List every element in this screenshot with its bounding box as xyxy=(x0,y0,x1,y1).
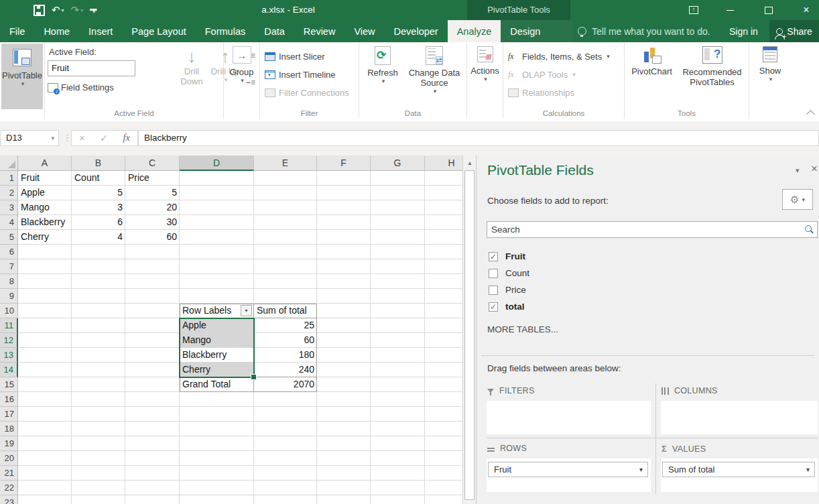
insert-timeline-button[interactable]: Insert Timeline xyxy=(265,68,336,80)
tab-review[interactable]: Review xyxy=(294,20,345,42)
scrollbar-thumb[interactable] xyxy=(464,170,475,500)
share-button[interactable]: Share xyxy=(769,20,819,42)
tab-developer[interactable]: Developer xyxy=(385,20,448,42)
row-header-17[interactable]: 17 xyxy=(0,407,18,422)
values-pill-sum-of-total[interactable]: Sum of total▾ xyxy=(662,462,815,477)
field-item-fruit[interactable]: ✓Fruit xyxy=(489,248,525,265)
cell-B3[interactable]: 3 xyxy=(72,200,125,215)
row-header-2[interactable]: 2 xyxy=(0,186,18,200)
cell-E12[interactable]: 60 xyxy=(254,333,317,348)
pane-options-caret-icon[interactable]: ▾ xyxy=(796,166,800,175)
row-header-4[interactable]: 4 xyxy=(0,215,18,230)
cell-C1[interactable]: Price xyxy=(125,171,180,186)
cell-E15[interactable]: 2070 xyxy=(254,377,317,392)
undo-button[interactable]: ↶▾ xyxy=(52,4,64,16)
cell-A2[interactable]: Apple xyxy=(18,186,72,200)
formula-input[interactable]: Blackberry xyxy=(138,130,819,146)
column-header-E[interactable]: E xyxy=(254,155,317,171)
values-drop-area[interactable]: Sum of total▾ xyxy=(661,458,818,492)
tab-insert[interactable]: Insert xyxy=(79,20,122,42)
row-header-23[interactable]: 23 xyxy=(0,495,18,504)
cell-E14[interactable]: 240 xyxy=(254,363,317,377)
cell-D11[interactable]: Apple xyxy=(180,318,254,333)
customize-qat-button[interactable]: ▬▾ xyxy=(90,7,97,13)
cell-D13[interactable]: Blackberry xyxy=(180,348,254,363)
row-header-19[interactable]: 19 xyxy=(0,436,18,451)
row-header-10[interactable]: 10 xyxy=(0,304,18,318)
maximize-button[interactable] xyxy=(757,0,780,20)
tab-data[interactable]: Data xyxy=(255,20,294,42)
field-checkbox-price[interactable] xyxy=(489,286,498,295)
column-header-B[interactable]: B xyxy=(72,155,125,171)
tab-view[interactable]: View xyxy=(344,20,384,42)
insert-function-button[interactable]: fx xyxy=(123,133,130,143)
group-button[interactable]: → Group xyxy=(224,42,259,109)
cell-C5[interactable]: 60 xyxy=(125,230,180,245)
tab-design[interactable]: Design xyxy=(501,20,550,42)
cell-D15[interactable]: Grand Total xyxy=(180,377,254,392)
row-header-1[interactable]: 1 xyxy=(0,171,18,186)
rows-drop-area[interactable]: Fruit▾ xyxy=(487,458,651,492)
minimize-button[interactable] xyxy=(718,0,741,20)
cell-E10[interactable]: Sum of total xyxy=(254,304,317,318)
row-header-16[interactable]: 16 xyxy=(0,392,18,407)
name-box-caret-icon[interactable]: ▾ xyxy=(51,131,54,145)
cell-B4[interactable]: 6 xyxy=(72,215,125,230)
column-header-H[interactable]: H xyxy=(425,155,462,171)
column-header-D[interactable]: D xyxy=(180,155,254,171)
scroll-up-icon[interactable]: ▲ xyxy=(464,158,475,169)
fields-items-sets-button[interactable]: fx Fields, Items, & Sets xyxy=(508,50,610,62)
tab-file[interactable]: File xyxy=(0,20,34,42)
cell-B5[interactable]: 4 xyxy=(72,230,125,245)
more-tables-link[interactable]: MORE TABLES... xyxy=(487,324,558,334)
columns-drop-area[interactable] xyxy=(661,401,818,434)
cell-B1[interactable]: Count xyxy=(72,171,125,186)
column-header-C[interactable]: C xyxy=(125,155,180,171)
fill-handle[interactable] xyxy=(251,374,257,380)
cell-C2[interactable]: 5 xyxy=(125,186,180,200)
cell-D12[interactable]: Mango xyxy=(180,333,254,348)
pivotchart-button[interactable]: PivotChart xyxy=(628,42,676,109)
row-header-11[interactable]: 11 xyxy=(0,318,18,333)
row-header-5[interactable]: 5 xyxy=(0,230,18,245)
sign-in-button[interactable]: Sign in xyxy=(729,20,758,42)
pivottable-button[interactable]: PivotTable xyxy=(1,44,43,109)
row-header-20[interactable]: 20 xyxy=(0,451,18,466)
row-header-18[interactable]: 18 xyxy=(0,422,18,436)
row-header-22[interactable]: 22 xyxy=(0,481,18,495)
tab-home[interactable]: Home xyxy=(34,20,79,42)
field-settings-button[interactable]: Field Settings xyxy=(48,82,114,92)
row-header-8[interactable]: 8 xyxy=(0,274,18,289)
recommended-pivottables-button[interactable]: Recommended PivotTables xyxy=(679,42,746,109)
row-header-6[interactable]: 6 xyxy=(0,245,18,259)
tab-page-layout[interactable]: Page Layout xyxy=(122,20,195,42)
row-labels-filter-icon[interactable]: ▾ xyxy=(241,305,252,316)
column-header-G[interactable]: G xyxy=(371,155,425,171)
tell-me-box[interactable]: Tell me what you want to do. xyxy=(578,20,710,42)
values-pill-caret-icon[interactable]: ▾ xyxy=(806,462,810,477)
actions-button[interactable]: Actions xyxy=(467,42,503,109)
fields-search-input[interactable]: Search xyxy=(487,221,818,238)
row-header-15[interactable]: 15 xyxy=(0,377,18,392)
column-header-F[interactable]: F xyxy=(317,155,371,171)
active-field-input[interactable]: Fruit xyxy=(48,60,135,76)
row-header-9[interactable]: 9 xyxy=(0,289,18,304)
tools-gear-button[interactable]: ⚙ ▾ xyxy=(782,189,813,210)
refresh-button[interactable]: Refresh xyxy=(362,42,403,109)
field-checkbox-fruit[interactable]: ✓ xyxy=(489,252,498,261)
name-box[interactable]: D13 ▾ xyxy=(0,130,59,146)
row-header-13[interactable]: 13 xyxy=(0,348,18,363)
cell-E11[interactable]: 25 xyxy=(254,318,317,333)
cell-A1[interactable]: Fruit xyxy=(18,171,72,186)
collapse-ribbon-icon[interactable] xyxy=(806,110,815,119)
row-header-7[interactable]: 7 xyxy=(0,259,18,274)
select-all-corner[interactable] xyxy=(0,155,18,171)
vertical-scrollbar[interactable]: ▲ xyxy=(462,155,476,504)
row-header-12[interactable]: 12 xyxy=(0,333,18,348)
rows-pill-caret-icon[interactable]: ▾ xyxy=(639,462,643,477)
cell-A3[interactable]: Mango xyxy=(18,200,72,215)
cell-E13[interactable]: 180 xyxy=(254,348,317,363)
save-button[interactable] xyxy=(34,5,45,16)
cell-C3[interactable]: 20 xyxy=(125,200,180,215)
field-item-price[interactable]: Price xyxy=(489,281,526,298)
